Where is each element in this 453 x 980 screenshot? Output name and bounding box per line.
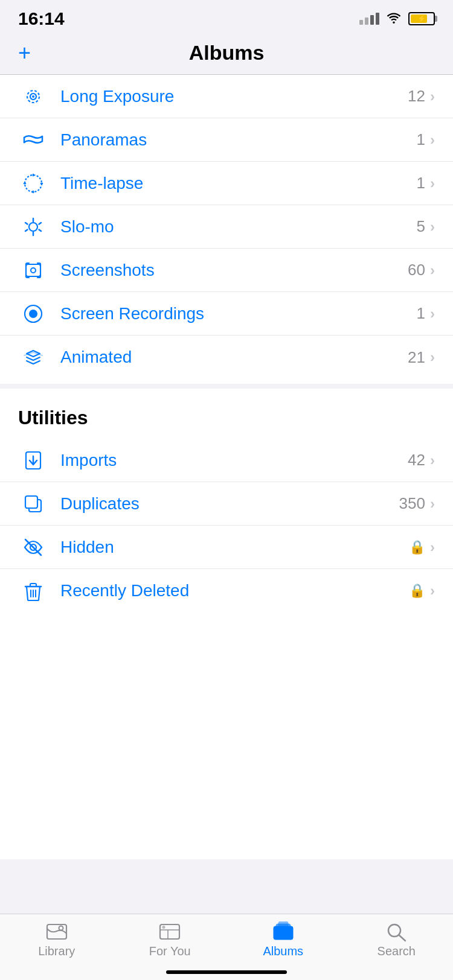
- album-name: Hidden: [60, 538, 409, 557]
- album-count: 12: [408, 87, 425, 106]
- album-name: Long Exposure: [60, 87, 408, 106]
- album-item-hidden[interactable]: Hidden 🔒 ›: [0, 526, 453, 569]
- tab-library-label: Library: [38, 944, 75, 958]
- album-count: 5: [417, 217, 425, 236]
- utilities-title: Utilities: [18, 407, 88, 428]
- svg-point-14: [29, 223, 37, 231]
- chevron-icon: ›: [430, 582, 435, 599]
- album-name: Imports: [60, 451, 408, 470]
- nav-header: + Albums: [0, 35, 453, 75]
- tab-library[interactable]: Library: [8, 921, 105, 963]
- svg-line-10: [39, 229, 42, 231]
- album-meta: 1 ›: [417, 174, 435, 192]
- for-you-tab-icon: [158, 921, 181, 942]
- svg-rect-15: [26, 264, 40, 276]
- recently-deleted-icon: [18, 576, 48, 606]
- chevron-icon: ›: [430, 88, 435, 105]
- album-count: 21: [408, 348, 425, 367]
- animated-icon: [18, 342, 48, 372]
- chevron-icon: ›: [430, 132, 435, 148]
- tab-for-you[interactable]: For You: [121, 921, 218, 963]
- signal-icon: [359, 13, 379, 25]
- album-item-panoramas[interactable]: Panoramas 1 ›: [0, 118, 453, 162]
- svg-point-34: [162, 926, 165, 929]
- panoramas-icon: [18, 125, 48, 155]
- add-album-button[interactable]: +: [18, 42, 31, 64]
- svg-line-39: [399, 935, 406, 941]
- album-count: 42: [408, 451, 425, 469]
- status-icons: ⚡: [359, 11, 435, 27]
- album-item-imports[interactable]: Imports 42 ›: [0, 439, 453, 482]
- time-lapse-icon: [18, 168, 48, 199]
- album-count: 60: [408, 261, 425, 279]
- chevron-icon: ›: [430, 349, 435, 366]
- utilities-list: Imports 42 › Duplicates 350 ›: [0, 439, 453, 612]
- tab-albums-label: Albums: [263, 944, 303, 958]
- imports-icon: [18, 445, 48, 476]
- album-count: 350: [399, 494, 425, 513]
- album-item-screenshots[interactable]: Screenshots 60 ›: [0, 249, 453, 292]
- album-meta: 21 ›: [408, 348, 435, 367]
- tab-bar: Library For You Albums: [0, 914, 453, 980]
- album-item-recently-deleted[interactable]: Recently Deleted 🔒 ›: [0, 569, 453, 612]
- album-count: 1: [417, 130, 425, 149]
- album-meta: 5 ›: [417, 217, 435, 236]
- chevron-icon: ›: [430, 218, 435, 235]
- lock-icon: 🔒: [409, 539, 425, 555]
- content-area: Long Exposure 12 › Panoramas 1 ›: [0, 75, 453, 859]
- status-bar: 16:14 ⚡: [0, 0, 453, 35]
- album-name: Screenshots: [60, 261, 408, 280]
- album-meta: 🔒 ›: [409, 539, 435, 556]
- svg-line-13: [25, 223, 28, 224]
- screenshots-icon: [18, 255, 48, 285]
- album-name: Screen Recordings: [60, 304, 417, 323]
- album-meta: 1 ›: [417, 130, 435, 149]
- chevron-icon: ›: [430, 175, 435, 192]
- album-name: Animated: [60, 348, 408, 367]
- album-meta: 42 ›: [408, 451, 435, 469]
- search-tab-icon: [385, 921, 408, 942]
- tab-search[interactable]: Search: [348, 921, 445, 963]
- svg-rect-37: [278, 921, 288, 935]
- hidden-icon: [18, 532, 48, 562]
- album-item-slo-mo[interactable]: Slo-mo 5 ›: [0, 205, 453, 249]
- albums-tab-icon: [272, 921, 295, 942]
- album-name: Slo-mo: [60, 217, 417, 237]
- album-item-screen-recordings[interactable]: Screen Recordings 1 ›: [0, 292, 453, 336]
- utilities-section-header: Utilities: [0, 384, 453, 439]
- tab-albums[interactable]: Albums: [235, 921, 332, 963]
- album-meta: 12 ›: [408, 87, 435, 106]
- album-item-duplicates[interactable]: Duplicates 350 ›: [0, 482, 453, 526]
- status-time: 16:14: [18, 8, 65, 29]
- page-title: Albums: [189, 41, 265, 65]
- album-count: 1: [417, 174, 425, 192]
- chevron-icon: ›: [430, 452, 435, 469]
- album-name: Recently Deleted: [60, 581, 409, 600]
- library-tab-icon: [45, 921, 68, 942]
- svg-point-3: [25, 175, 42, 192]
- wifi-icon: [385, 11, 402, 27]
- album-item-long-exposure[interactable]: Long Exposure 12 ›: [0, 75, 453, 118]
- album-name: Time-lapse: [60, 174, 417, 193]
- album-item-animated[interactable]: Animated 21 ›: [0, 336, 453, 379]
- svg-point-2: [32, 95, 34, 98]
- slo-mo-icon: [18, 212, 48, 242]
- album-meta: 🔒 ›: [409, 582, 435, 599]
- svg-rect-22: [25, 496, 37, 508]
- svg-point-16: [31, 268, 36, 273]
- tab-for-you-label: For You: [149, 944, 191, 958]
- album-item-time-lapse[interactable]: Time-lapse 1 ›: [0, 162, 453, 205]
- chevron-icon: ›: [430, 262, 435, 279]
- chevron-icon: ›: [430, 539, 435, 556]
- home-indicator: [166, 970, 287, 974]
- album-meta: 1 ›: [417, 304, 435, 323]
- lock-icon: 🔒: [409, 583, 425, 599]
- album-name: Duplicates: [60, 494, 399, 514]
- media-types-list: Long Exposure 12 › Panoramas 1 ›: [0, 75, 453, 379]
- chevron-icon: ›: [430, 305, 435, 322]
- svg-point-18: [29, 310, 37, 318]
- album-name: Panoramas: [60, 130, 417, 150]
- album-meta: 350 ›: [399, 494, 435, 513]
- long-exposure-icon: [18, 81, 48, 112]
- chevron-icon: ›: [430, 495, 435, 512]
